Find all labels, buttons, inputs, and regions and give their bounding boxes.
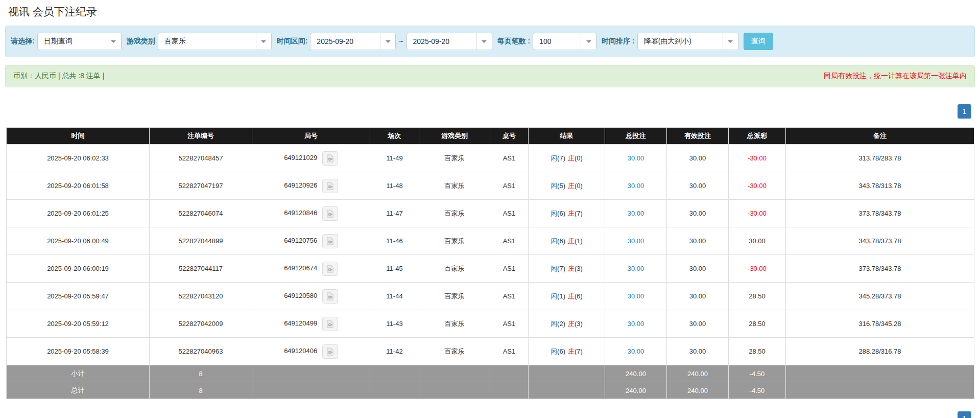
date-from-value: 2025-09-20 bbox=[310, 37, 380, 45]
cell-bet-id: 522827048457 bbox=[150, 145, 252, 172]
cell-bet-id: 522827047197 bbox=[150, 172, 252, 200]
total-bet-link[interactable]: 30.00 bbox=[628, 292, 644, 300]
cell-remark: 345.28/373.78 bbox=[786, 283, 974, 310]
table-row: 2025-09-20 06:00:49 522827044899 6491207… bbox=[7, 227, 974, 255]
summary-payout: -4.50 bbox=[729, 365, 786, 382]
cell-valid-bet: 30.00 bbox=[667, 145, 729, 172]
summary-valid-bet: 240.00 bbox=[667, 382, 729, 399]
cell-session: 11-48 bbox=[370, 172, 419, 200]
time-range-label: 时间区间: bbox=[277, 37, 308, 46]
cell-session: 11-46 bbox=[370, 227, 419, 255]
cell-round-id: 649120674 bbox=[252, 255, 370, 283]
cell-round-id: 649121029 bbox=[252, 145, 370, 172]
cell-table-no: AS1 bbox=[490, 255, 529, 283]
video-file-icon bbox=[326, 237, 334, 245]
date-to-select[interactable]: 2025-09-20 bbox=[407, 33, 492, 50]
query-type-select[interactable]: 日期查询 bbox=[37, 33, 122, 50]
total-bet-link[interactable]: 30.00 bbox=[628, 182, 644, 190]
cell-result: 闲(2)庄(3) bbox=[529, 310, 605, 338]
video-replay-button[interactable] bbox=[322, 234, 338, 248]
cell-result: 闲(7)庄(3) bbox=[529, 255, 605, 283]
video-replay-button[interactable] bbox=[322, 262, 338, 276]
page-1-button[interactable]: 1 bbox=[958, 411, 971, 418]
result-banker-score: (7) bbox=[575, 347, 583, 355]
result-player-score: (6) bbox=[557, 210, 565, 217]
cell-valid-bet: 30.00 bbox=[667, 310, 729, 338]
round-id-text: 649120499 bbox=[284, 319, 317, 327]
round-id-text: 649120756 bbox=[284, 237, 317, 244]
cell-time: 2025-09-20 06:00:49 bbox=[7, 227, 150, 255]
cell-table-no: AS1 bbox=[490, 227, 529, 255]
table-row: 2025-09-20 06:01:25 522827046074 6491208… bbox=[7, 200, 974, 227]
filter-bar: 请选择: 日期查询 游戏类别 百家乐 时间区间: 2025-09-20 ~ 20… bbox=[5, 26, 975, 57]
page-1-button[interactable]: 1 bbox=[958, 104, 971, 119]
cell-payout: 28.50 bbox=[729, 310, 786, 338]
result-player-score: (5) bbox=[557, 182, 565, 190]
per-page-value: 100 bbox=[533, 37, 581, 45]
cell-total-bet: 30.00 bbox=[605, 310, 667, 338]
cell-result: 闲(1)庄(6) bbox=[529, 283, 605, 310]
table-row: 2025-09-20 05:59:47 522827043120 6491205… bbox=[7, 283, 974, 310]
video-replay-button[interactable] bbox=[322, 289, 338, 304]
cell-time: 2025-09-20 05:59:12 bbox=[7, 310, 150, 338]
time-sort-select[interactable]: 降幂(由大到小) bbox=[637, 33, 738, 50]
total-bet-link[interactable]: 30.00 bbox=[628, 154, 644, 162]
cell-table-no: AS1 bbox=[490, 145, 529, 172]
cell-table-no: AS1 bbox=[490, 200, 529, 227]
table-header-row: 时间注单编号局号场次游戏类别桌号结果总投注有效投注总派彩备注 bbox=[7, 128, 974, 145]
column-header: 备注 bbox=[786, 128, 974, 145]
video-file-icon bbox=[326, 265, 334, 273]
column-header: 时间 bbox=[7, 128, 150, 145]
result-banker-label: 庄 bbox=[568, 292, 575, 300]
cell-time: 2025-09-20 06:01:58 bbox=[7, 172, 150, 200]
cell-game-type: 百家乐 bbox=[419, 172, 490, 200]
video-replay-button[interactable] bbox=[322, 317, 338, 331]
round-id-text: 649120674 bbox=[284, 264, 317, 272]
summary-payout: -4.50 bbox=[729, 382, 786, 399]
search-button[interactable]: 查询 bbox=[744, 33, 773, 50]
cell-result: 闲(5)庄(0) bbox=[529, 172, 605, 200]
column-header: 游戏类别 bbox=[419, 128, 490, 145]
total-bet-link[interactable]: 30.00 bbox=[628, 320, 644, 328]
cell-payout: -30.00 bbox=[729, 145, 786, 172]
summary-count: 8 bbox=[150, 365, 252, 382]
chevron-down-icon bbox=[476, 33, 492, 50]
query-type-value: 日期查询 bbox=[38, 37, 106, 46]
cell-payout: 30.00 bbox=[729, 227, 786, 255]
game-type-select[interactable]: 百家乐 bbox=[158, 33, 272, 50]
cell-total-bet: 30.00 bbox=[605, 283, 667, 310]
summary-row: 小计 8 240.00 240.00 -4.50 bbox=[7, 365, 974, 382]
date-from-select[interactable]: 2025-09-20 bbox=[310, 33, 396, 50]
video-replay-button[interactable] bbox=[322, 344, 338, 359]
total-bet-link[interactable]: 30.00 bbox=[628, 210, 644, 217]
cell-bet-id: 522827040963 bbox=[150, 338, 252, 365]
cell-valid-bet: 30.00 bbox=[667, 227, 729, 255]
cell-payout: 28.50 bbox=[729, 338, 786, 365]
video-replay-button[interactable] bbox=[322, 206, 338, 221]
cell-remark: 343.78/313.78 bbox=[786, 172, 974, 200]
cell-round-id: 649120580 bbox=[252, 283, 370, 310]
cell-payout: 28.50 bbox=[729, 283, 786, 310]
total-bet-link[interactable]: 30.00 bbox=[628, 347, 644, 355]
video-replay-button[interactable] bbox=[322, 179, 338, 193]
round-id-text: 649120406 bbox=[284, 347, 317, 355]
summary-label: 小计 bbox=[7, 365, 150, 382]
cell-game-type: 百家乐 bbox=[419, 145, 490, 172]
video-replay-button[interactable] bbox=[322, 151, 338, 166]
cell-session: 11-45 bbox=[370, 255, 419, 283]
per-page-select[interactable]: 100 bbox=[533, 33, 596, 50]
total-bet-link[interactable]: 30.00 bbox=[628, 237, 644, 245]
column-header: 总派彩 bbox=[729, 128, 786, 145]
column-header: 总投注 bbox=[605, 128, 667, 145]
per-page-label: 每页笔数 : bbox=[497, 37, 531, 46]
total-bet-link[interactable]: 30.00 bbox=[628, 265, 644, 272]
time-sort-label: 时间排序 : bbox=[602, 37, 635, 46]
time-sort-value: 降幂(由大到小) bbox=[638, 37, 723, 46]
chevron-down-icon bbox=[581, 33, 596, 50]
result-player-label: 闲 bbox=[551, 347, 557, 355]
cell-total-bet: 30.00 bbox=[605, 200, 667, 227]
result-player-score: (6) bbox=[557, 237, 565, 245]
result-player-score: (2) bbox=[557, 320, 565, 328]
result-banker-label: 庄 bbox=[568, 237, 575, 245]
result-banker-label: 庄 bbox=[568, 210, 575, 217]
